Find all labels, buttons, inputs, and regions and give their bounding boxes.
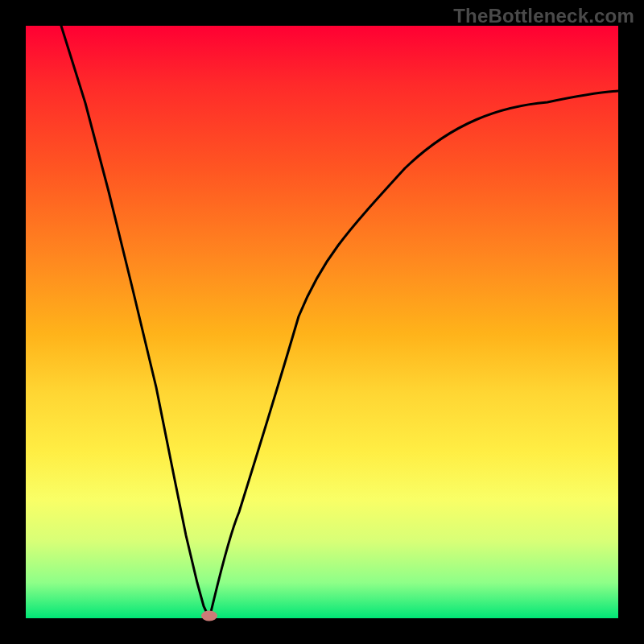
chart-frame: TheBottleneck.com [0,0,644,644]
plot-area [26,26,618,618]
attribution-text: TheBottleneck.com [453,5,634,27]
min-marker [201,611,217,621]
curve-layer [26,26,618,618]
curve-left [61,26,209,618]
curve-right [209,91,618,618]
